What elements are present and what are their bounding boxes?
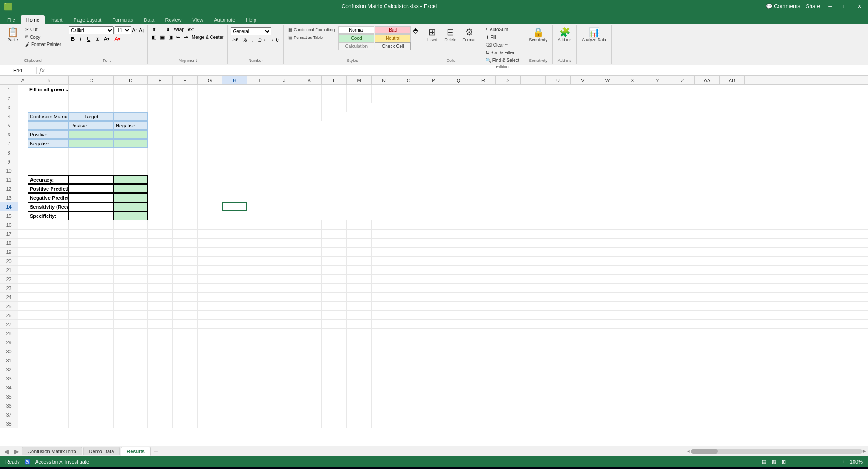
cell-F33[interactable] [173, 374, 198, 383]
style-check-cell[interactable]: Check Cell [375, 42, 411, 50]
cell-J37[interactable] [272, 410, 297, 419]
font-size-select[interactable]: 11 [115, 26, 131, 34]
clear-button[interactable]: ⌫ Clear ~ [484, 42, 510, 48]
minimize-button[interactable]: ─ [826, 3, 835, 9]
cell-M38[interactable] [347, 419, 372, 428]
cell-B16[interactable] [28, 220, 69, 229]
cell-L32[interactable] [322, 365, 347, 374]
cell-F5[interactable] [173, 121, 198, 130]
cell-C29[interactable] [69, 338, 114, 347]
format-painter-button[interactable]: 🖌 Format Painter [24, 41, 63, 48]
cell-L23[interactable] [322, 284, 347, 292]
col-header-U[interactable]: U [546, 76, 571, 84]
cell-J30[interactable] [272, 347, 297, 356]
style-bad-cell[interactable]: Bad [375, 26, 411, 34]
col-header-M[interactable]: M [347, 76, 372, 84]
cell-H38[interactable] [222, 419, 247, 428]
cell-K34[interactable] [297, 383, 322, 392]
cell-I26[interactable] [247, 311, 272, 319]
cell-E7[interactable] [148, 139, 173, 148]
merge-center-button[interactable]: Merge & Center [190, 34, 225, 40]
cell-F23[interactable] [173, 284, 198, 292]
tab-demo-data[interactable]: Demo Data [83, 447, 120, 455]
cell-H3[interactable] [222, 103, 247, 112]
cell-C36[interactable] [69, 401, 114, 410]
cell-G9[interactable] [198, 157, 222, 166]
scroll-right-arrow[interactable]: ▸ [863, 448, 866, 454]
cell-G34[interactable] [198, 383, 222, 392]
cell-I27[interactable] [247, 320, 272, 328]
cell-O20[interactable] [396, 257, 421, 265]
cell-G14[interactable] [198, 202, 222, 211]
cell-G2[interactable] [198, 94, 222, 103]
cell-L21[interactable] [322, 266, 347, 274]
cell-L30[interactable] [322, 347, 347, 356]
cell-K3[interactable] [297, 103, 322, 112]
cell-L33[interactable] [322, 374, 347, 383]
cell-C35[interactable] [69, 392, 114, 401]
cell-I1[interactable] [247, 85, 272, 94]
cell-G4[interactable] [198, 112, 222, 121]
cell-E3[interactable] [148, 103, 173, 112]
cell-B22[interactable] [28, 275, 69, 283]
cell-E8[interactable] [148, 148, 173, 157]
cell-L2[interactable] [322, 94, 347, 103]
cell-H16[interactable] [222, 220, 247, 229]
cell-N27[interactable] [372, 320, 396, 328]
cell-B13[interactable]: Negative Predictive Value: [28, 193, 69, 202]
zoom-in-button[interactable]: + [841, 459, 844, 464]
cell-D34[interactable] [114, 383, 148, 392]
cell-J27[interactable] [272, 320, 297, 328]
cell-H11[interactable] [222, 175, 247, 184]
cell-J33[interactable] [272, 374, 297, 383]
cell-D38[interactable] [114, 419, 148, 428]
cell-J36[interactable] [272, 401, 297, 410]
cell-D27[interactable] [114, 320, 148, 328]
cell-K24[interactable] [297, 293, 322, 301]
cell-A4[interactable] [18, 112, 28, 121]
cell-N21[interactable] [372, 266, 396, 274]
cell-J31[interactable] [272, 356, 297, 365]
cell-I7[interactable] [247, 139, 272, 148]
cell-O36[interactable] [396, 401, 421, 410]
cell-D4[interactable] [114, 112, 148, 121]
cell-I36[interactable] [247, 401, 272, 410]
cell-F37[interactable] [173, 410, 198, 419]
cell-H8[interactable] [222, 148, 247, 157]
cell-B11[interactable]: Accuracy: [28, 175, 69, 184]
cell-F36[interactable] [173, 401, 198, 410]
cell-J21[interactable] [272, 266, 297, 274]
cell-I19[interactable] [247, 248, 272, 256]
cell-K37[interactable] [297, 410, 322, 419]
cell-I21[interactable] [247, 266, 272, 274]
cell-F14[interactable] [173, 202, 198, 211]
cell-L20[interactable] [322, 257, 347, 265]
cell-N24[interactable] [372, 293, 396, 301]
cell-M31[interactable] [347, 356, 372, 365]
cell-E13[interactable] [148, 193, 173, 202]
cell-E38[interactable] [148, 419, 173, 428]
cell-E29[interactable] [148, 338, 173, 347]
cell-A18[interactable] [18, 239, 28, 247]
cell-I3[interactable] [247, 103, 272, 112]
cell-G7[interactable] [198, 139, 222, 148]
cell-G29[interactable] [198, 338, 222, 347]
cell-C15[interactable] [69, 211, 114, 220]
cell-O26[interactable] [396, 311, 421, 319]
cell-C1[interactable] [69, 85, 114, 94]
cell-I15[interactable] [247, 211, 272, 220]
cell-C30[interactable] [69, 347, 114, 356]
cell-E23[interactable] [148, 284, 173, 292]
cell-G21[interactable] [198, 266, 222, 274]
cell-E19[interactable] [148, 248, 173, 256]
cell-K19[interactable] [297, 248, 322, 256]
cell-C14[interactable] [69, 202, 114, 211]
cell-A19[interactable] [18, 248, 28, 256]
cell-H12[interactable] [222, 184, 247, 193]
bold-button[interactable]: B [69, 35, 77, 42]
col-header-N[interactable]: N [372, 76, 396, 84]
cell-J16[interactable] [272, 220, 297, 229]
cell-A25[interactable] [18, 302, 28, 310]
cell-L3[interactable] [322, 103, 347, 112]
increase-indent-icon[interactable]: ⇥ [183, 34, 189, 41]
